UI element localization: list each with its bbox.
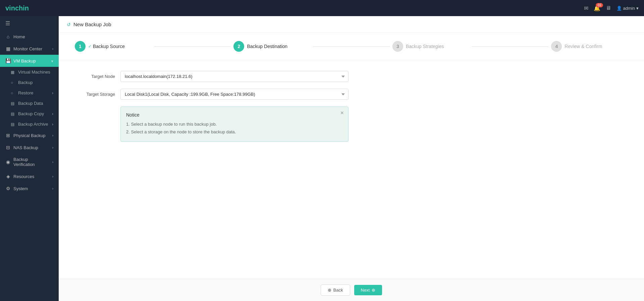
step-1-circle: 1 — [75, 41, 86, 52]
step-divider-3 — [472, 46, 549, 47]
sidebar-item-label: Backup Archive — [18, 122, 48, 127]
back-label: Back — [333, 288, 343, 293]
user-icon: 👤 — [616, 6, 622, 11]
step-1-check: ✓ — [88, 44, 92, 49]
sidebar-item-system[interactable]: ⚙ System › — [0, 182, 59, 195]
nas-backup-icon: ⊟ — [5, 145, 11, 150]
sidebar-item-nas-backup[interactable]: ⊟ NAS Backup › — [0, 141, 59, 154]
notice-item-1: 1. Select a backup node to run this back… — [126, 120, 336, 128]
chevron-right-icon: › — [52, 160, 53, 164]
sidebar-item-virtual-machines[interactable]: ▦ Virtual Machines — [0, 67, 59, 77]
step-divider-2 — [313, 46, 390, 47]
refresh-icon: ↺ — [67, 22, 71, 27]
target-node-label: Target Node — [75, 74, 115, 79]
sidebar-item-backup-data[interactable]: ▤ Backup Data — [0, 98, 59, 109]
back-button[interactable]: ⊕ Back — [321, 285, 350, 296]
notice-box: Notice 1. Select a backup node to run th… — [120, 106, 348, 142]
next-label: Next — [361, 288, 370, 293]
monitor-center-icon: ▦ — [5, 46, 11, 51]
app-logo: vinchin — [5, 4, 29, 12]
logo-plain: vin — [5, 4, 15, 12]
notice-close-button[interactable]: ✕ — [340, 110, 344, 116]
sidebar-item-resources[interactable]: ◈ Resources › — [0, 170, 59, 182]
sidebar-item-physical-backup[interactable]: ⊞ Physical Backup › — [0, 129, 59, 141]
chevron-right-icon: › — [52, 187, 53, 190]
user-label: admin — [623, 6, 635, 11]
sidebar-item-label: Resources — [13, 174, 34, 179]
topbar: vinchin ✉ 🔔 69 🖥 👤 admin ▾ — [0, 0, 644, 16]
chevron-right-icon: › — [52, 146, 53, 149]
step-3-circle: 3 — [392, 41, 403, 52]
step-1-label: ✓ Backup Source — [88, 44, 125, 49]
sidebar-item-backup-archive[interactable]: ▤ Backup Archive › — [0, 119, 59, 129]
sidebar-item-label: Backup Copy — [18, 111, 44, 116]
chevron-right-icon: › — [52, 122, 53, 127]
next-icon: ⊕ — [372, 288, 375, 293]
sidebar-item-vm-backup[interactable]: 💾 VM Backup ∨ — [0, 55, 59, 67]
sidebar-item-label: Backup — [18, 80, 33, 85]
steps-bar: 1 ✓ Backup Source 2 Backup Destination — [59, 33, 644, 60]
step-3: 3 Backup Strategies — [392, 41, 469, 52]
sidebar-item-backup-verification[interactable]: ◉ Backup Verification › — [0, 154, 59, 170]
sidebar-item-home[interactable]: ⌂ Home — [0, 31, 59, 43]
backup-copy-icon: ▤ — [11, 112, 15, 116]
target-node-select[interactable]: localhost.localdomain(172.18.21.6) — [120, 71, 348, 82]
notification-badge: 69 — [596, 3, 603, 7]
home-icon: ⌂ — [5, 34, 11, 39]
next-button[interactable]: Next ⊕ — [354, 285, 382, 295]
resources-icon: ◈ — [5, 174, 11, 179]
sidebar-item-label: Restore — [18, 90, 34, 95]
messages-icon[interactable]: ✉ — [584, 5, 588, 11]
sidebar-item-monitor-center[interactable]: ▦ Monitor Center › — [0, 43, 59, 55]
vm-icon: ▦ — [11, 70, 15, 75]
chevron-right-icon: › — [52, 134, 53, 137]
content-area: ↺ New Backup Job 1 ✓ Backup Source 2 — [59, 16, 644, 301]
step-2-label: Backup Destination — [247, 44, 287, 49]
chevron-down-icon: ▾ — [636, 6, 639, 11]
vm-backup-icon: 💾 — [5, 58, 11, 63]
sidebar-item-backup-copy[interactable]: ▤ Backup Copy › — [0, 109, 59, 119]
chevron-right-icon: › — [52, 175, 53, 178]
backup-archive-icon: ▤ — [11, 122, 15, 127]
sidebar-hamburger[interactable]: ☰ — [0, 16, 59, 31]
chevron-right-icon: › — [52, 111, 53, 116]
system-icon: ⚙ — [5, 186, 11, 191]
step-4-label: Review & Confirm — [565, 44, 602, 49]
topbar-right: ✉ 🔔 69 🖥 👤 admin ▾ — [584, 5, 639, 11]
restore-icon: ○ — [11, 91, 15, 95]
sidebar-item-label: VM Backup — [13, 58, 36, 63]
sidebar-item-restore[interactable]: ○ Restore › — [0, 88, 59, 98]
main-content: ↺ New Backup Job 1 ✓ Backup Source 2 — [59, 16, 644, 301]
target-storage-label: Target Storage — [75, 92, 115, 97]
physical-backup-icon: ⊞ — [5, 133, 11, 138]
sidebar-item-label: Monitor Center — [13, 46, 42, 51]
user-menu[interactable]: 👤 admin ▾ — [616, 6, 639, 11]
logo-accent: chin — [15, 4, 29, 12]
backup-verification-icon: ◉ — [5, 159, 11, 165]
step-2: 2 Backup Destination — [233, 41, 310, 52]
target-storage-select[interactable]: Local Disk1(Local Disk, Capacity :199.9G… — [120, 89, 348, 100]
page-header: ↺ New Backup Job — [59, 16, 644, 33]
notice-item-2: 2. Select a storage on the node to store… — [126, 128, 336, 136]
chevron-right-icon: › — [52, 47, 53, 51]
target-node-row: Target Node localhost.localdomain(172.18… — [75, 71, 628, 82]
footer: ⊕ Back Next ⊕ — [59, 279, 644, 301]
sidebar-item-label: Backup Data — [18, 101, 43, 106]
notifications-icon[interactable]: 🔔 69 — [594, 5, 600, 11]
notice-title: Notice — [126, 112, 336, 118]
backup-icon: ○ — [11, 80, 15, 85]
back-icon: ⊕ — [328, 288, 331, 293]
step-3-label: Backup Strategies — [406, 44, 444, 49]
chevron-down-icon: ∨ — [51, 59, 53, 63]
sidebar-item-label: Physical Backup — [13, 133, 45, 138]
sidebar-item-label: System — [13, 186, 28, 191]
sidebar-item-label: Backup Verification — [13, 157, 50, 167]
sidebar-item-label: Home — [13, 34, 25, 39]
monitor-icon[interactable]: 🖥 — [606, 5, 611, 11]
step-4: 4 Review & Confirm — [551, 41, 628, 52]
target-storage-row: Target Storage Local Disk1(Local Disk, C… — [75, 89, 628, 100]
step-2-circle: 2 — [233, 41, 244, 52]
form-area: Target Node localhost.localdomain(172.18… — [59, 60, 644, 153]
sidebar-item-backup[interactable]: ○ Backup — [0, 77, 59, 88]
page-title: New Backup Job — [73, 22, 111, 27]
